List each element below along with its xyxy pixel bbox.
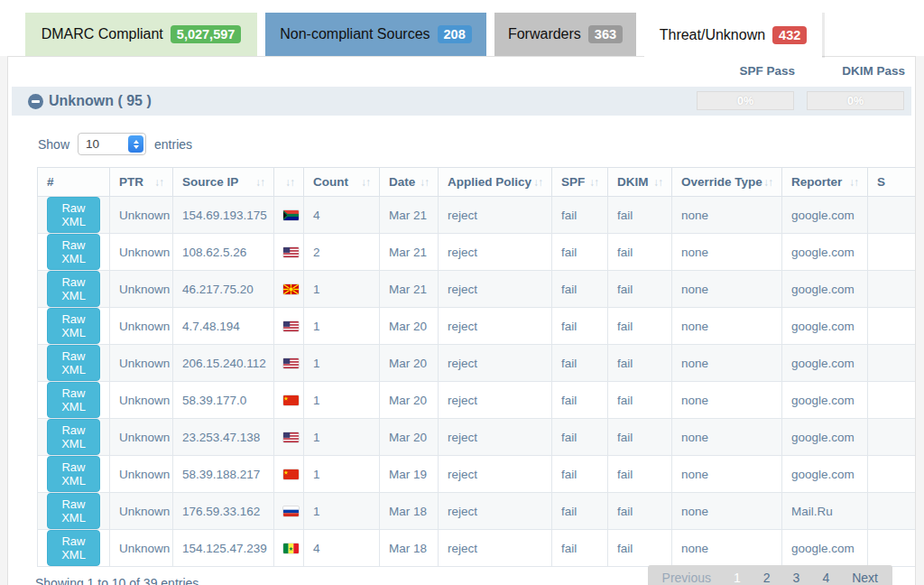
action-cell: Raw XML	[38, 345, 110, 382]
column-header-source-ip[interactable]: Source IP↓↑	[173, 168, 274, 197]
ptr-cell: Unknown	[110, 419, 173, 456]
column-header-reporter[interactable]: Reporter↓↑	[782, 168, 868, 197]
entries-label: entries	[154, 137, 192, 152]
action-cell: Raw XML	[38, 271, 110, 308]
raw-xml-button[interactable]: Raw XML	[47, 345, 100, 381]
clipped-cell	[868, 197, 916, 234]
count-cell: 1	[304, 456, 380, 493]
column-label: Count	[313, 175, 348, 189]
override-type-cell: none	[672, 382, 782, 419]
tab-forwarders[interactable]: Forwarders 363	[494, 13, 636, 56]
pagination-page-3[interactable]: 3	[793, 571, 800, 585]
tab-label: Non-compliant Sources	[280, 26, 430, 42]
reporter-cell: Mail.Ru	[782, 493, 868, 530]
count-cell: 1	[304, 271, 380, 308]
tab-bar: DMARC Compliant 5,027,597 Non-compliant …	[25, 13, 822, 58]
country-cell	[274, 493, 304, 530]
override-type-cell: none	[672, 345, 782, 382]
raw-xml-button[interactable]: Raw XML	[47, 530, 100, 566]
raw-xml-button[interactable]: Raw XML	[47, 197, 100, 233]
column-header-date[interactable]: Date↓↑	[380, 168, 439, 197]
country-flag-icon-ru	[283, 506, 294, 516]
ptr-cell: Unknown	[110, 456, 173, 493]
dkim-cell: fail	[608, 308, 672, 345]
column-header-dkim[interactable]: DKIM↓↑	[608, 168, 672, 197]
column-label: Reporter	[791, 175, 842, 189]
pagination-previous[interactable]: Previous	[662, 571, 711, 585]
source-ip-cell: 4.7.48.194	[173, 308, 274, 345]
column-header-count[interactable]: Count↓↑	[304, 168, 380, 197]
count-cell: 1	[304, 419, 380, 456]
raw-xml-button[interactable]: Raw XML	[47, 419, 100, 455]
ptr-cell: Unknown	[110, 234, 173, 271]
spf-cell: fail	[552, 271, 608, 308]
ptr-cell: Unknown	[110, 345, 173, 382]
source-ip-cell: 58.39.177.0	[173, 382, 274, 419]
count-cell: 4	[304, 530, 380, 567]
action-cell: Raw XML	[38, 234, 110, 271]
ptr-cell: Unknown	[110, 382, 173, 419]
country-flag-icon-cn	[283, 469, 294, 479]
date-cell: Mar 19	[380, 456, 439, 493]
count-cell: 1	[304, 493, 380, 530]
column-header-spf[interactable]: SPF↓↑	[552, 168, 608, 197]
column-header-ptr[interactable]: PTR↓↑	[110, 168, 173, 197]
ptr-cell: Unknown	[110, 271, 173, 308]
pagination-next[interactable]: Next	[852, 571, 878, 585]
table-row: Raw XMLUnknown108.62.5.262Mar 21rejectfa…	[38, 234, 916, 271]
table-row: Raw XMLUnknown154.69.193.1754Mar 21rejec…	[38, 197, 916, 234]
raw-xml-button[interactable]: Raw XML	[47, 308, 100, 344]
applied-policy-cell: reject	[439, 419, 552, 456]
collapse-minus-icon[interactable]	[28, 94, 43, 109]
sources-table: #PTR↓↑Source IP↓↑↓↑Count↓↑Date↓↑Applied …	[37, 167, 915, 567]
count-cell: 1	[304, 308, 380, 345]
table-row: Raw XMLUnknown154.125.47.2394Mar 18rejec…	[38, 530, 916, 567]
entries-select[interactable]: 10	[78, 133, 146, 155]
sort-icon: ↓↑	[361, 176, 370, 189]
applied-policy-cell: reject	[439, 456, 552, 493]
count-cell: 1	[304, 382, 380, 419]
clipped-cell	[868, 271, 916, 308]
reporter-cell: google.com	[782, 530, 868, 567]
raw-xml-button[interactable]: Raw XML	[47, 493, 100, 529]
override-type-cell: none	[672, 197, 782, 234]
spf-cell: fail	[552, 456, 608, 493]
sort-icon: ↓↑	[763, 176, 772, 189]
applied-policy-cell: reject	[439, 345, 552, 382]
dkim-cell: fail	[608, 456, 672, 493]
column-header-applied-policy[interactable]: Applied Policy↓↑	[439, 168, 552, 197]
action-cell: Raw XML	[38, 382, 110, 419]
applied-policy-cell: reject	[439, 271, 552, 308]
column-label: SPF	[561, 175, 585, 189]
reporter-cell: google.com	[782, 456, 868, 493]
raw-xml-button[interactable]: Raw XML	[47, 234, 100, 270]
column-header-override-type[interactable]: Override Type↓↑	[672, 168, 782, 197]
ptr-cell: Unknown	[110, 493, 173, 530]
pagination-page-2[interactable]: 2	[763, 571, 771, 585]
sort-icon: ↓↑	[849, 176, 858, 189]
source-ip-cell: 154.125.47.239	[173, 530, 274, 567]
applied-policy-cell: reject	[439, 493, 552, 530]
raw-xml-button[interactable]: Raw XML	[47, 456, 100, 492]
dkim-pass-label: DKIM Pass	[810, 64, 908, 78]
spf-pass-value: 0%	[737, 95, 753, 107]
raw-xml-button[interactable]: Raw XML	[47, 271, 100, 307]
pagination-page-1[interactable]: 1	[734, 571, 741, 585]
group-header: Unknown ( 95 ) 0% 0%	[12, 87, 911, 116]
action-cell: Raw XML	[38, 456, 110, 493]
tab-threat-unknown[interactable]: Threat/Unknown 432	[644, 13, 822, 58]
pass-rate-labels: SPF Pass DKIM Pass	[700, 64, 908, 78]
column-header-flag[interactable]: ↓↑	[274, 168, 304, 197]
pagination-page-4[interactable]: 4	[822, 571, 829, 585]
spf-cell: fail	[552, 308, 608, 345]
spf-cell: fail	[552, 197, 608, 234]
source-ip-cell: 108.62.5.26	[173, 234, 274, 271]
reporter-cell: google.com	[782, 234, 868, 271]
spf-pass-progressbar: 0%	[697, 91, 794, 110]
raw-xml-button[interactable]: Raw XML	[47, 382, 100, 418]
tab-dmarc-compliant[interactable]: DMARC Compliant 5,027,597	[25, 13, 257, 56]
action-cell: Raw XML	[38, 530, 110, 567]
tab-noncompliant-sources[interactable]: Non-compliant Sources 208	[265, 13, 486, 56]
show-label: Show	[38, 137, 69, 152]
sort-icon: ↓↑	[653, 176, 662, 189]
